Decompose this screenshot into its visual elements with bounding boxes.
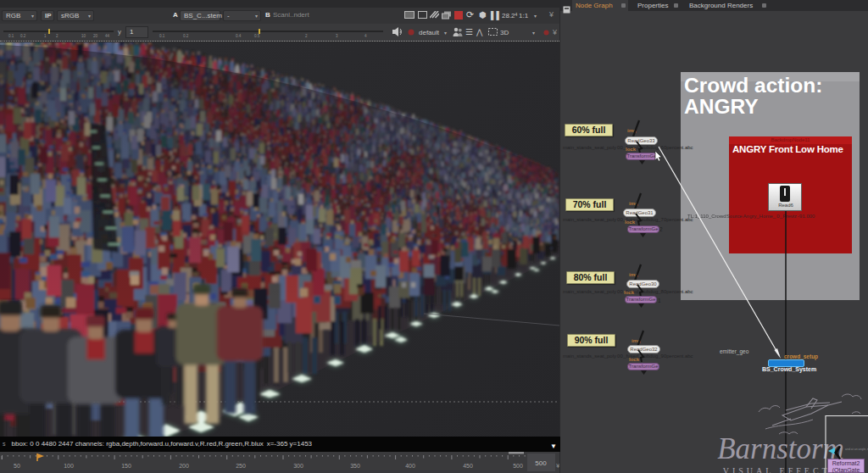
svg-text:0.2: 0.2 — [183, 34, 189, 37]
svg-text:2: 2 — [305, 34, 308, 37]
svg-text:0.1: 0.1 — [159, 34, 165, 37]
svg-text:0.4: 0.4 — [236, 34, 242, 37]
svg-text:1: 1 — [44, 34, 47, 37]
svg-text:¥: ¥ — [555, 462, 559, 470]
svg-text:0.5: 0.5 — [254, 34, 260, 37]
svg-text:4: 4 — [364, 34, 367, 37]
svg-text:20: 20 — [93, 34, 98, 37]
svg-text:3: 3 — [336, 34, 338, 37]
svg-text:2: 2 — [56, 34, 58, 37]
svg-text:44: 44 — [105, 34, 110, 37]
svg-text:10: 10 — [81, 34, 86, 37]
svg-text:0.1: 0.1 — [8, 34, 14, 37]
svg-text:0.2: 0.2 — [20, 34, 26, 37]
svg-text:500: 500 — [535, 459, 547, 467]
